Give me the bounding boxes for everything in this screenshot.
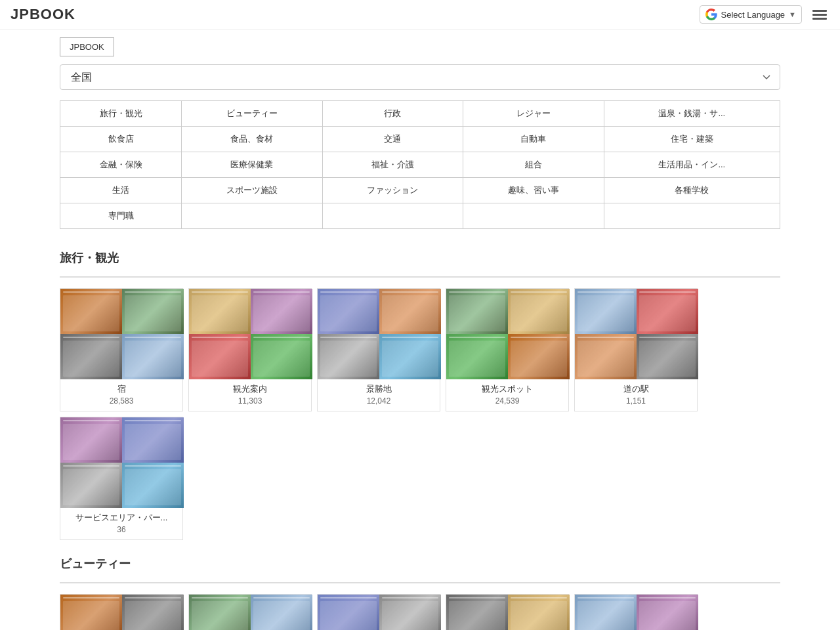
- card-info-3: 観光スポット24,539: [446, 379, 568, 411]
- category-cell-2-1[interactable]: 医療保健業: [182, 152, 323, 178]
- card-img-5-3: [122, 463, 184, 508]
- main-content: JPBOOK 全国 北海道 東北 関東 中部 近畿 中国 四国 九州・沖縄 旅行…: [49, 30, 791, 630]
- card-img-4-3: [637, 334, 698, 379]
- card-info-2: 景勝地12,042: [318, 379, 440, 411]
- category-cell-2-2[interactable]: 福祉・介護: [322, 152, 463, 178]
- category-cell-2-4[interactable]: 生活用品・イン...: [604, 152, 780, 178]
- card-img-3-2: [446, 334, 508, 379]
- category-cell-3-1[interactable]: スポーツ施設: [182, 178, 323, 203]
- card-1[interactable]: 観光案内11,303: [188, 288, 312, 411]
- card-name-5: サービスエリア・パー...: [66, 512, 177, 524]
- category-cell-4-0[interactable]: 専門職: [60, 203, 182, 229]
- card-3[interactable]: 観光スポット24,539: [446, 288, 569, 411]
- card-images-1: [189, 595, 312, 630]
- card-img-5-0: [60, 417, 122, 463]
- category-cell-1-2[interactable]: 交通: [322, 127, 463, 152]
- category-cell-1-0[interactable]: 飲食店: [60, 127, 182, 152]
- card-count-5: 36: [66, 525, 177, 534]
- section-divider-beauty: [60, 582, 780, 583]
- card-images-3: [446, 595, 570, 630]
- category-cell-2-3[interactable]: 組合: [463, 152, 604, 178]
- category-cell-3-0[interactable]: 生活: [60, 178, 182, 203]
- card-images-5: [60, 417, 184, 508]
- card-count-4: 1,151: [580, 396, 692, 406]
- language-selector[interactable]: Select Language ▼: [700, 5, 802, 24]
- card-2[interactable]: 景勝地12,042: [317, 288, 440, 411]
- card-img-5-2: [60, 463, 122, 508]
- menu-line-1: [812, 10, 827, 12]
- category-cell-0-1[interactable]: ビューティー: [182, 101, 323, 127]
- card-img-2-1: [379, 595, 441, 630]
- header: JPBOOK Select Language ▼: [0, 0, 840, 30]
- card-name-1: 観光案内: [194, 383, 306, 395]
- card-img-2-3: [379, 334, 441, 379]
- card-img-0-0: [60, 595, 122, 630]
- card-info-1: 観光案内11,303: [189, 379, 311, 411]
- category-cell-1-4[interactable]: 住宅・建築: [604, 127, 780, 152]
- breadcrumb-area: JPBOOK: [60, 37, 780, 56]
- card-img-4-0: [575, 595, 637, 630]
- card-1[interactable]: [188, 594, 312, 630]
- card-img-3-0: [446, 289, 508, 334]
- card-img-2-0: [318, 595, 379, 630]
- menu-icon[interactable]: [810, 7, 830, 22]
- category-cell-4-3: [463, 203, 604, 229]
- language-label: Select Language: [721, 10, 786, 20]
- card-name-4: 道の駅: [580, 383, 692, 395]
- card-img-2-2: [318, 334, 379, 379]
- category-cell-0-3[interactable]: レジャー: [463, 101, 604, 127]
- card-info-0: 宿28,583: [60, 379, 182, 411]
- category-cell-0-2[interactable]: 行政: [322, 101, 463, 127]
- card-images-2: [318, 595, 441, 630]
- card-img-4-1: [637, 289, 698, 334]
- card-2[interactable]: [317, 594, 440, 630]
- card-img-1-0: [189, 595, 251, 630]
- category-cell-3-2[interactable]: ファッション: [322, 178, 463, 203]
- category-cell-2-0[interactable]: 金融・保険: [60, 152, 182, 178]
- site-logo[interactable]: JPBOOK: [10, 6, 75, 23]
- category-cell-0-4[interactable]: 温泉・銭湯・サ...: [604, 101, 780, 127]
- card-img-0-3: [122, 334, 184, 379]
- card-name-2: 景勝地: [323, 383, 434, 395]
- card-name-0: 宿: [66, 383, 177, 395]
- card-3[interactable]: [446, 594, 569, 630]
- card-count-0: 28,583: [66, 396, 177, 406]
- menu-line-3: [812, 18, 827, 20]
- category-cell-3-4[interactable]: 各種学校: [604, 178, 780, 203]
- breadcrumb-tab[interactable]: JPBOOK: [60, 37, 114, 56]
- category-cell-1-1[interactable]: 食品、食材: [182, 127, 323, 152]
- card-img-3-3: [508, 334, 570, 379]
- card-5[interactable]: サービスエリア・パー...36: [60, 417, 183, 540]
- card-images-0: [60, 289, 184, 379]
- region-selector[interactable]: 全国 北海道 東北 関東 中部 近畿 中国 四国 九州・沖縄: [60, 64, 780, 90]
- card-0[interactable]: 宿28,583: [60, 288, 183, 411]
- card-count-1: 11,303: [194, 396, 306, 406]
- category-cell-1-3[interactable]: 自動車: [463, 127, 604, 152]
- card-count-2: 12,042: [323, 396, 434, 406]
- menu-line-2: [812, 14, 827, 16]
- card-images-0: [60, 595, 184, 630]
- card-img-4-2: [575, 334, 637, 379]
- card-img-3-1: [508, 595, 570, 630]
- card-img-2-1: [379, 289, 441, 334]
- travel-cards-row: 宿28,583観光案内11,303景勝地12,042観光スポット24,539道の…: [60, 288, 780, 540]
- category-cell-3-3[interactable]: 趣味、習い事: [463, 178, 604, 203]
- category-cell-0-0[interactable]: 旅行・観光: [60, 101, 182, 127]
- section-divider-travel: [60, 276, 780, 278]
- card-img-1-0: [189, 289, 251, 334]
- card-img-0-2: [60, 334, 122, 379]
- card-images-4: [575, 289, 698, 379]
- card-img-0-0: [60, 289, 122, 334]
- card-4[interactable]: 道の駅1,151: [574, 288, 698, 411]
- card-img-1-1: [251, 595, 312, 630]
- category-cell-4-2: [322, 203, 463, 229]
- card-images-4: [575, 595, 698, 630]
- card-4[interactable]: [574, 594, 698, 630]
- card-images-1: [189, 289, 312, 379]
- category-grid: 旅行・観光ビューティー行政レジャー温泉・銭湯・サ...飲食店食品、食材交通自動車…: [60, 100, 780, 229]
- card-0[interactable]: [60, 594, 183, 630]
- card-images-2: [318, 289, 441, 379]
- card-img-1-2: [189, 334, 251, 379]
- language-dropdown-arrow: ▼: [789, 10, 796, 18]
- card-img-3-1: [508, 289, 570, 334]
